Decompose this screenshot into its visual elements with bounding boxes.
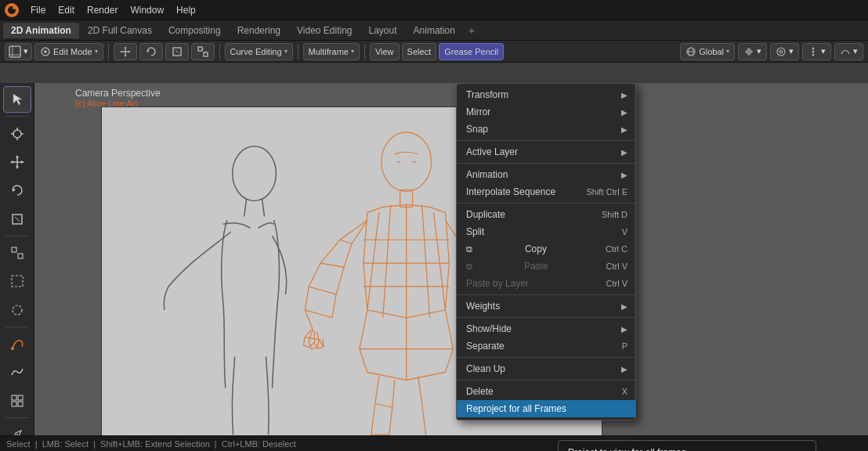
svg-rect-16 xyxy=(204,52,208,56)
smooth-icon xyxy=(9,364,25,380)
svg-rect-43 xyxy=(12,276,23,287)
split-label: Split xyxy=(466,226,484,237)
ws-tab-2d-animation[interactable]: 2D Animation xyxy=(3,23,79,38)
transform2-tool-btn[interactable] xyxy=(191,43,215,60)
tool-box-select[interactable] xyxy=(3,268,31,294)
ws-tab-2d-full-canvas[interactable]: 2D Full Canvas xyxy=(80,23,160,38)
scale-tool-btn[interactable] xyxy=(165,43,189,60)
view-btn[interactable]: View xyxy=(370,43,400,60)
tool-scale[interactable] xyxy=(3,205,31,232)
svg-marker-36 xyxy=(10,161,13,164)
tool-circle-select[interactable] xyxy=(3,296,31,323)
grease-pencil-btn[interactable]: Grease Pencil xyxy=(439,43,504,60)
menu-sep6 xyxy=(457,357,635,358)
tool-subdivide[interactable] xyxy=(3,387,31,413)
animation-label: Animation xyxy=(466,169,508,180)
menu-item-delete[interactable]: Delete X xyxy=(457,383,635,400)
ws-tab-rendering[interactable]: Rendering xyxy=(230,23,288,38)
svg-marker-38 xyxy=(13,188,16,192)
viewport: Camera Perspective (c) Alice Line Art xyxy=(34,83,868,451)
svg-marker-10 xyxy=(120,50,122,52)
editor-type-button[interactable]: ▾ xyxy=(5,43,32,60)
global-dropdown[interactable]: Global ▾ xyxy=(680,43,735,60)
menu-item-weights[interactable]: Weights ▶ xyxy=(457,298,635,315)
tool-grease-draw[interactable] xyxy=(3,330,31,357)
ws-tab-layout[interactable]: Layout xyxy=(361,23,405,38)
paste-by-layer-shortcut: Ctrl V xyxy=(606,279,628,288)
menu-edit[interactable]: Edit xyxy=(52,3,80,17)
tool-move[interactable] xyxy=(3,149,31,175)
ws-tab-add[interactable]: + xyxy=(464,23,479,38)
svg-line-14 xyxy=(175,50,179,53)
transform-icon xyxy=(9,245,25,261)
clean-up-arrow: ▶ xyxy=(621,365,627,373)
menu-item-duplicate[interactable]: Duplicate Shift D xyxy=(457,206,635,223)
multiframe-dropdown[interactable]: Multiframe ▾ xyxy=(303,43,360,60)
tool-sep2 xyxy=(5,236,29,236)
options-btn[interactable]: ▾ xyxy=(802,43,831,60)
menu-item-split[interactable]: Split V xyxy=(457,223,635,240)
menu-sep5 xyxy=(457,317,635,318)
grease-pencil-menu: Transform ▶ Mirror ▶ Snap ▶ Active Layer… xyxy=(456,83,636,420)
duplicate-label: Duplicate xyxy=(466,209,505,220)
menu-help[interactable]: Help xyxy=(171,3,201,17)
tool-select[interactable] xyxy=(3,86,31,113)
menu-item-paste-by-layer[interactable]: Paste by Layer Ctrl V xyxy=(457,275,635,292)
paste-icon: ⧉ xyxy=(466,262,479,272)
copy-shortcut: Ctrl C xyxy=(606,244,627,254)
duplicate-shortcut: Shift D xyxy=(602,210,627,219)
tool-rotate[interactable] xyxy=(3,177,31,204)
rotate-icon xyxy=(145,45,157,58)
scale-icon xyxy=(171,45,183,58)
svg-point-27 xyxy=(812,50,815,52)
menu-item-active-layer[interactable]: Active Layer ▶ xyxy=(457,143,635,161)
menu-item-mirror[interactable]: Mirror ▶ xyxy=(457,103,635,121)
mode-icon xyxy=(40,46,51,57)
menu-item-separate[interactable]: Separate P xyxy=(457,337,635,355)
ws-tab-video-editing[interactable]: Video Editing xyxy=(289,23,360,38)
menu-item-paste[interactable]: ⧉ Paste Ctrl V xyxy=(457,258,635,275)
curve-options-icon xyxy=(840,46,851,57)
editor-type-icon xyxy=(9,45,21,58)
curve-editing-dropdown[interactable]: Curve Editing ▾ xyxy=(225,43,293,60)
interpolate-label: Interpolate Sequence xyxy=(466,186,555,197)
menu-item-clean-up[interactable]: Clean Up ▶ xyxy=(457,360,635,377)
svg-rect-41 xyxy=(12,247,16,252)
tool-transform[interactable] xyxy=(3,240,31,266)
menu-sep4 xyxy=(457,294,635,295)
curve-options-btn[interactable]: ▾ xyxy=(834,43,863,60)
curve-editing-chevron: ▾ xyxy=(284,48,288,55)
snap-btn[interactable]: ▾ xyxy=(738,43,767,60)
menu-item-interpolate[interactable]: Interpolate Sequence Shift Ctrl E xyxy=(457,183,635,200)
transform-tool-btn[interactable] xyxy=(114,43,137,60)
ws-tab-animation[interactable]: Animation xyxy=(406,23,463,38)
menu-render[interactable]: Render xyxy=(81,3,123,17)
show-hide-arrow: ▶ xyxy=(621,325,627,334)
menu-file[interactable]: File xyxy=(25,3,51,17)
menu-item-snap[interactable]: Snap ▶ xyxy=(457,121,635,138)
circle-select-icon xyxy=(9,302,25,318)
rotate-tool-btn[interactable] xyxy=(139,43,163,60)
weights-label: Weights xyxy=(466,301,500,312)
svg-marker-34 xyxy=(16,155,19,158)
clean-up-label: Clean Up xyxy=(466,363,505,374)
multiframe-chevron: ▾ xyxy=(351,48,354,55)
rotate-icon xyxy=(9,182,25,198)
tool-smooth[interactable] xyxy=(3,359,31,385)
proportional-btn[interactable]: ▾ xyxy=(770,43,799,60)
scale-icon xyxy=(9,211,25,227)
menu-item-show-hide[interactable]: Show/Hide ▶ xyxy=(457,320,635,337)
menu-item-copy[interactable]: ⧉ Copy Ctrl C xyxy=(457,240,635,258)
tool-cursor[interactable] xyxy=(3,120,31,146)
sep1 xyxy=(108,44,109,60)
menu-item-reproject[interactable]: Reproject for all Frames xyxy=(457,400,635,417)
mode-dropdown[interactable]: Edit Mode ▾ xyxy=(34,43,103,60)
menu-window[interactable]: Window xyxy=(125,3,169,17)
transform-label: Transform xyxy=(466,89,508,100)
svg-marker-35 xyxy=(16,166,19,169)
ws-tab-compositing[interactable]: Compositing xyxy=(161,23,229,38)
status-text: Select | LMB: Select | Shift+LMB: Extend… xyxy=(6,439,296,449)
select-btn[interactable]: Select xyxy=(402,43,437,60)
menu-item-transform[interactable]: Transform ▶ xyxy=(457,86,635,103)
menu-item-animation[interactable]: Animation ▶ xyxy=(457,166,635,183)
